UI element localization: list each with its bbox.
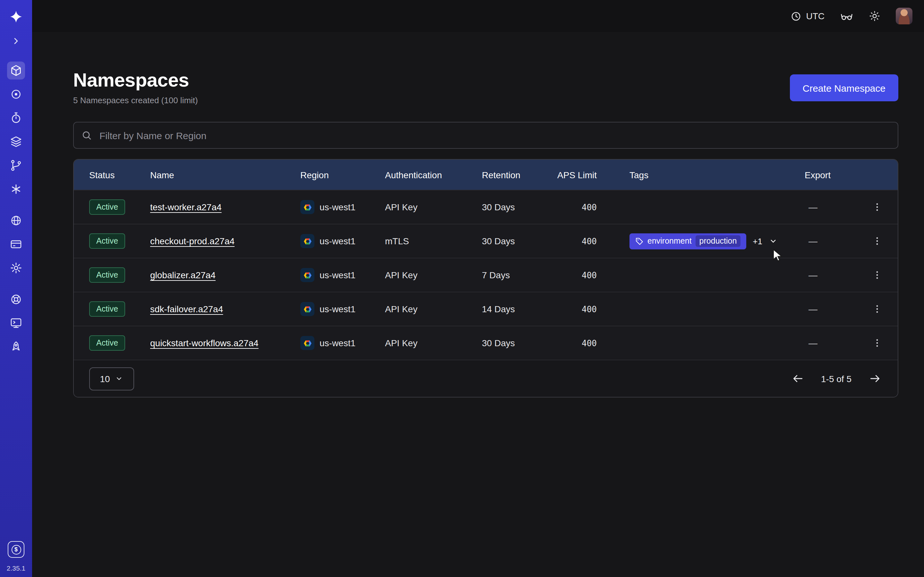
name-cell: test-worker.a27a4 xyxy=(150,202,300,212)
aps-limit-cell: 400 xyxy=(556,236,630,246)
table-row[interactable]: Active quickstart-workflows.a27a4 us-wes… xyxy=(74,326,898,359)
tag-value: production xyxy=(696,235,741,247)
namespaces-icon xyxy=(10,64,23,77)
region-label: us-west1 xyxy=(320,202,355,212)
column-header-region: Region xyxy=(300,169,385,180)
temporal-logo-icon xyxy=(9,10,23,24)
page-subtitle: 5 Namespaces created (100 limit) xyxy=(73,95,198,105)
sidebar-item-console[interactable] xyxy=(7,314,25,332)
gcp-icon xyxy=(300,302,314,316)
row-actions-button[interactable] xyxy=(856,236,898,246)
gcp-icon xyxy=(300,268,314,282)
sidebar-item-deployments[interactable] xyxy=(7,133,25,151)
sidebar-item-namespaces[interactable] xyxy=(7,61,25,79)
labs-toggle-button[interactable] xyxy=(840,9,853,23)
batch-operations-icon xyxy=(10,159,23,172)
workflows-icon xyxy=(10,88,23,101)
column-header-aps-limit: APS Limit xyxy=(556,169,630,180)
tags-cell: environmentproduction+1 xyxy=(630,233,804,249)
namespace-link[interactable]: sdk-failover.a27a4 xyxy=(150,304,223,314)
chevron-down-icon xyxy=(115,374,124,383)
timezone-selector[interactable]: UTC xyxy=(790,11,825,21)
tags-expand-chevron-icon[interactable] xyxy=(769,237,778,245)
region-label: us-west1 xyxy=(320,270,355,280)
name-cell: checkout-prod.a27a4 xyxy=(150,236,300,246)
retention-cell: 14 Days xyxy=(482,304,556,314)
sidebar-expand-button[interactable] xyxy=(7,32,25,50)
export-cell: — xyxy=(804,236,856,246)
namespaces-table: Status Name Region Authentication Retent… xyxy=(73,159,898,398)
retention-cell: 7 Days xyxy=(482,270,556,280)
filter-input[interactable] xyxy=(73,122,898,149)
status-badge: Active xyxy=(89,234,125,249)
table-row[interactable]: Active sdk-failover.a27a4 us-west1 API K… xyxy=(74,292,898,326)
tag-more-count: +1 xyxy=(753,236,762,246)
app-version: 2.35.1 xyxy=(7,564,25,572)
aps-limit-cell: 400 xyxy=(556,202,630,212)
column-header-status: Status xyxy=(89,169,150,180)
namespace-link[interactable]: test-worker.a27a4 xyxy=(150,202,222,212)
region-cell: us-west1 xyxy=(300,200,385,214)
namespace-link[interactable]: checkout-prod.a27a4 xyxy=(150,236,234,246)
sidebar-item-support[interactable] xyxy=(7,290,25,308)
getting-started-icon xyxy=(10,340,23,353)
column-header-tags: Tags xyxy=(630,169,804,180)
gcp-icon xyxy=(300,200,314,214)
retention-cell: 30 Days xyxy=(482,236,556,246)
namespace-link[interactable]: globalizer.a27a4 xyxy=(150,270,216,280)
sidebar-item-nexus[interactable] xyxy=(7,180,25,198)
row-actions-button[interactable] xyxy=(856,304,898,314)
region-label: us-west1 xyxy=(320,236,355,246)
kebab-menu-icon xyxy=(872,270,882,280)
sidebar-item-cloud[interactable] xyxy=(7,211,25,229)
retention-cell: 30 Days xyxy=(482,338,556,348)
usage-button[interactable]: $ xyxy=(8,541,24,558)
row-actions-button[interactable] xyxy=(856,270,898,280)
table-row[interactable]: Active checkout-prod.a27a4 us-west1 mTLS… xyxy=(74,224,898,258)
table-footer: 10 1-5 of 5 xyxy=(74,359,898,397)
region-cell: us-west1 xyxy=(300,302,385,316)
nexus-icon xyxy=(10,183,23,195)
export-cell: — xyxy=(804,202,856,212)
sun-icon xyxy=(869,10,880,22)
sidebar-item-workflows[interactable] xyxy=(7,85,25,103)
row-actions-button[interactable] xyxy=(856,202,898,212)
sidebar-item-getting-started[interactable] xyxy=(7,338,25,356)
sidebar-item-billing[interactable] xyxy=(7,235,25,253)
settings-icon xyxy=(10,261,23,274)
kebab-menu-icon xyxy=(872,338,882,348)
pagination-range-label: 1-5 of 5 xyxy=(821,374,851,384)
export-cell: — xyxy=(804,338,856,348)
sidebar-item-schedules[interactable] xyxy=(7,109,25,127)
billing-icon xyxy=(10,238,23,251)
table-header-row: Status Name Region Authentication Retent… xyxy=(74,160,898,190)
previous-page-button[interactable] xyxy=(790,371,805,386)
kebab-menu-icon xyxy=(872,202,882,212)
table-row[interactable]: Active test-worker.a27a4 us-west1 API Ke… xyxy=(74,190,898,224)
sidebar-item-settings[interactable] xyxy=(7,259,25,277)
column-header-retention: Retention xyxy=(482,169,556,180)
gcp-icon xyxy=(300,336,314,350)
status-badge: Active xyxy=(89,268,125,283)
schedules-icon xyxy=(10,111,23,124)
export-cell: — xyxy=(804,304,856,314)
theme-toggle-button[interactable] xyxy=(869,10,880,22)
user-avatar[interactable] xyxy=(896,8,913,24)
tag-chip[interactable]: environmentproduction xyxy=(630,233,746,249)
next-page-button[interactable] xyxy=(867,371,882,386)
table-row[interactable]: Active globalizer.a27a4 us-west1 API Key… xyxy=(74,258,898,292)
pagination: 1-5 of 5 xyxy=(790,371,882,386)
page-size-select[interactable]: 10 xyxy=(89,367,134,390)
temporal-logo[interactable] xyxy=(7,8,25,26)
row-actions-button[interactable] xyxy=(856,338,898,348)
arrow-left-icon xyxy=(792,372,804,385)
deployments-icon xyxy=(10,135,23,148)
tag-key: environment xyxy=(648,237,692,245)
region-cell: us-west1 xyxy=(300,268,385,282)
create-namespace-button[interactable]: Create Namespace xyxy=(790,74,898,101)
expand-chevron-icon xyxy=(11,36,21,46)
sidebar-item-batch-operations[interactable] xyxy=(7,156,25,174)
namespace-link[interactable]: quickstart-workflows.a27a4 xyxy=(150,338,258,348)
status-cell: Active xyxy=(89,268,150,283)
support-icon xyxy=(10,293,23,306)
